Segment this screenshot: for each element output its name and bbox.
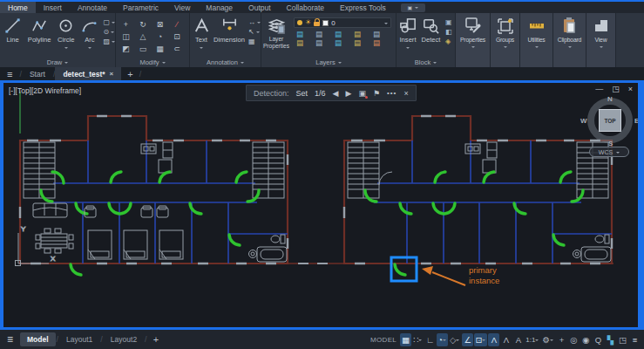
tab-collaborate[interactable]: Collaborate bbox=[279, 2, 332, 13]
drawing-viewport[interactable]: [-][Top][2D Wireframe] — ◳ × Detection: … bbox=[3, 83, 638, 327]
model-tab[interactable]: Model bbox=[20, 332, 56, 346]
insert-button[interactable]: Insert bbox=[397, 15, 419, 51]
close-icon[interactable]: × bbox=[628, 85, 633, 93]
ribbon-options-button[interactable]: ▣ bbox=[401, 3, 425, 12]
ortho-mode-icon[interactable]: ∟ bbox=[424, 333, 436, 346]
tab-home[interactable]: Home bbox=[0, 2, 36, 13]
graphics-performance-icon[interactable]: ◉ bbox=[580, 333, 592, 346]
copy-icon[interactable]: ◫ bbox=[119, 31, 132, 42]
file-tab-start[interactable]: Start bbox=[22, 67, 53, 80]
layer-state-icon[interactable]: ▤ bbox=[373, 39, 389, 47]
erase-icon[interactable]: ∕ bbox=[171, 18, 184, 30]
next-instance-icon[interactable]: ▶ bbox=[345, 89, 351, 98]
layer-state-icon[interactable]: ▤ bbox=[354, 31, 369, 38]
circle-button[interactable]: Circle bbox=[53, 15, 78, 51]
floor-plan-right[interactable] bbox=[344, 116, 612, 275]
dimension-button[interactable]: Dimension bbox=[213, 15, 246, 51]
viewcube-east[interactable]: E bbox=[634, 117, 638, 125]
annotation-scale-icon[interactable]: A bbox=[512, 333, 524, 346]
close-icon[interactable]: × bbox=[110, 70, 114, 78]
floor-plan-left[interactable] bbox=[20, 116, 288, 275]
viewport-controls-label[interactable]: [-][Top][2D Wireframe] bbox=[9, 86, 81, 95]
wcs-dropdown[interactable]: WCS bbox=[589, 147, 629, 157]
tab-output[interactable]: Output bbox=[241, 2, 279, 13]
table-icon[interactable]: ▦ bbox=[246, 38, 261, 45]
restore-icon[interactable]: ◳ bbox=[612, 85, 620, 93]
mirror-icon[interactable]: △ bbox=[137, 31, 150, 42]
clean-screen-icon[interactable]: ▚ bbox=[605, 333, 616, 346]
rectangle-tool-icon[interactable]: ▢ bbox=[100, 18, 115, 26]
new-drawing-button[interactable]: + bbox=[121, 69, 139, 79]
arc-button[interactable]: Arc bbox=[78, 15, 100, 51]
close-icon[interactable]: × bbox=[403, 89, 408, 98]
ellipse-tool-icon[interactable]: ⊙ bbox=[100, 28, 115, 36]
panel-view[interactable]: View bbox=[586, 13, 616, 67]
file-tab-document[interactable]: detect_test* × bbox=[55, 67, 121, 80]
panel-properties[interactable]: Properties bbox=[456, 13, 491, 67]
floor-plan-left-furniture[interactable] bbox=[33, 203, 183, 259]
cad-drawing[interactable]: Y X primary instance bbox=[3, 83, 638, 327]
panel-label-block[interactable]: Block bbox=[397, 58, 455, 66]
zoom-search-icon[interactable]: Q bbox=[593, 333, 604, 346]
tab-parametric[interactable]: Parametric bbox=[115, 2, 166, 13]
viewcube-west[interactable]: W bbox=[580, 117, 587, 125]
block-create-icon[interactable]: ▣ bbox=[443, 18, 452, 26]
customize-icon[interactable]: ≡ bbox=[629, 333, 641, 346]
panel-label-modify[interactable]: Modify bbox=[116, 58, 189, 66]
layer-state-icon[interactable]: ▤ bbox=[335, 31, 350, 38]
crosshair-icon[interactable]: + bbox=[556, 333, 567, 346]
panel-utilities[interactable]: Utilities bbox=[520, 13, 553, 67]
previous-instance-icon[interactable]: ◀ bbox=[333, 89, 339, 98]
text-button[interactable]: Text bbox=[190, 15, 213, 51]
layer-state-icon[interactable]: ▤ bbox=[315, 39, 331, 47]
select-similar-icon[interactable]: ▣ bbox=[358, 89, 366, 98]
panel-label-annotation[interactable]: Annotation bbox=[190, 58, 261, 66]
tab-annotate[interactable]: Annotate bbox=[70, 2, 115, 13]
layer-state-icon[interactable]: ▤ bbox=[373, 31, 389, 38]
hatch-tool-icon[interactable]: ▨ bbox=[100, 38, 115, 45]
layout-menu-icon[interactable]: ≡ bbox=[7, 333, 13, 346]
detect-button[interactable]: Detect bbox=[419, 15, 443, 51]
model-space-label[interactable]: MODEL bbox=[370, 336, 397, 344]
tab-express-tools[interactable]: Express Tools bbox=[332, 2, 394, 13]
offset-icon[interactable]: ⊂ bbox=[171, 43, 184, 54]
array-icon[interactable]: ▦ bbox=[153, 43, 166, 54]
floating-window-icon[interactable]: ◳ bbox=[617, 333, 628, 346]
viewport-scale[interactable]: 1:1 bbox=[525, 333, 540, 346]
tab-insert[interactable]: Insert bbox=[36, 2, 70, 13]
polyline-button[interactable]: Polyline bbox=[25, 15, 53, 51]
annotation-visibility-icon[interactable]: Λ bbox=[488, 333, 499, 346]
layer-state-icon[interactable]: ▤ bbox=[354, 39, 369, 47]
object-snap-tracking-icon[interactable]: ∠ bbox=[462, 333, 473, 346]
layer-select[interactable]: ☀ 0 bbox=[294, 17, 391, 28]
layer-state-icon[interactable]: ▤ bbox=[315, 31, 331, 38]
panel-label-layers[interactable]: Layers bbox=[261, 58, 396, 66]
move-icon[interactable]: + bbox=[119, 18, 132, 30]
block-attributes-icon[interactable]: ◧ bbox=[443, 28, 452, 36]
flag-icon[interactable]: ⚑ bbox=[373, 89, 380, 98]
minimize-icon[interactable]: — bbox=[595, 85, 603, 93]
isolate-objects-icon[interactable]: ◎ bbox=[568, 333, 580, 346]
line-button[interactable]: Line bbox=[0, 15, 25, 51]
panel-groups[interactable]: Groups bbox=[491, 13, 520, 67]
block-sync-icon[interactable]: ◈ bbox=[443, 38, 452, 45]
new-layout-button[interactable]: + bbox=[153, 334, 159, 345]
scale-icon[interactable]: ▭ bbox=[137, 43, 150, 54]
leader-icon[interactable]: ↖ bbox=[246, 28, 261, 36]
more-options-icon[interactable]: ••• bbox=[387, 89, 397, 97]
rotate-icon[interactable]: ↻ bbox=[137, 18, 150, 30]
viewcube-north[interactable]: N bbox=[607, 95, 613, 103]
viewcube-top-face[interactable]: TOP bbox=[599, 109, 621, 132]
isodraft-icon[interactable]: ◇ bbox=[449, 333, 461, 346]
trim-icon[interactable]: ⊠ bbox=[153, 18, 166, 30]
object-snap-icon[interactable]: ⊡ bbox=[474, 333, 487, 346]
layer-properties-button[interactable]: Layer Properties bbox=[261, 15, 291, 49]
polar-tracking-icon[interactable]: ◔ bbox=[437, 333, 448, 346]
settings-gear-icon[interactable]: ⚙ bbox=[541, 333, 555, 346]
explode-icon[interactable]: ⊡ bbox=[171, 31, 184, 42]
panel-clipboard[interactable]: Clipboard bbox=[553, 13, 586, 67]
viewcube[interactable]: N W E S TOP bbox=[587, 98, 633, 143]
layer-state-icon[interactable]: ▤ bbox=[296, 31, 312, 38]
tab-manage[interactable]: Manage bbox=[198, 2, 241, 13]
layer-state-icon[interactable]: ▤ bbox=[335, 39, 350, 47]
